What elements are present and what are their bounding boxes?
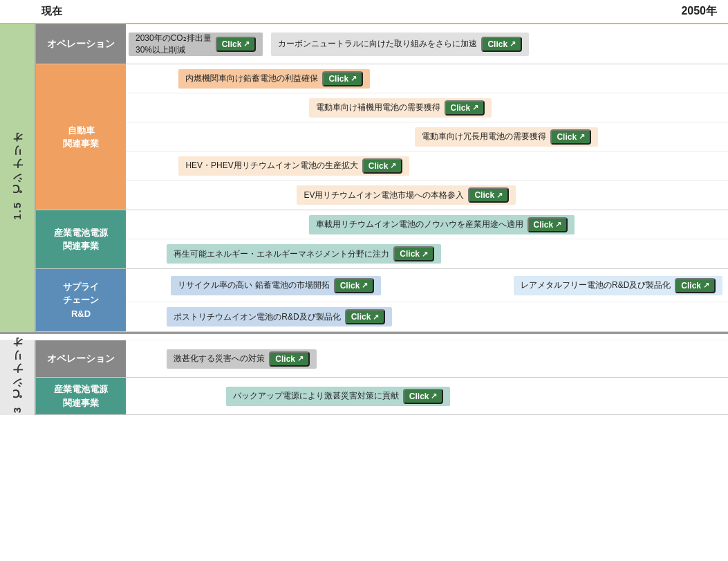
- industrial-category: 産業電池電源関連事業: [36, 210, 126, 268]
- ops-timeline: 2030年のCO₂排出量30%以上削減 Click カーボンニュートラルに向けた…: [126, 24, 728, 64]
- 3c-industrial-section: 産業電池電源関連事業 バックアップ電源により激甚災害対策に貢献 Click: [36, 378, 728, 415]
- scenario-1-5c: 1.5℃シナリオ オペレーション 2030年のCO₂排出量30%以上削減 Cli…: [0, 24, 728, 332]
- ops-bar-2: カーボンニュートラルに向けた取り組みをさらに加速 Click: [271, 33, 529, 56]
- ops-category: オペレーション: [36, 24, 126, 64]
- 3c-ops-category: オペレーション: [36, 340, 126, 377]
- 3c-ind-bar-1: バックアップ電源により激甚災害対策に貢献 Click: [226, 387, 451, 406]
- industrial-section: 産業電池電源関連事業 車載用リチウムイオン電池のノウハウを産業用途へ適用 Cli…: [36, 210, 728, 269]
- scenario-1-5c-label: 1.5℃シナリオ: [11, 137, 24, 220]
- supply-bar-3-text: ポストリチウムイオン電池のR&D及び製品化: [174, 311, 340, 323]
- 3c-ops-timeline: 激甚化する災害への対策 Click: [126, 340, 728, 377]
- auto-bar-4-text: HEV・PHEV用リチウムイオン電池の生産拡大: [185, 160, 357, 172]
- auto-click-btn-5[interactable]: Click: [468, 187, 509, 203]
- auto-click-btn-2[interactable]: Click: [445, 100, 485, 116]
- ind-bar-1-text: 車載用リチウムイオン電池のノウハウを産業用途へ適用: [316, 219, 523, 230]
- supply-click-btn-3[interactable]: Click: [345, 309, 386, 324]
- 3c-ops-bar-1-text: 激甚化する災害への対策: [174, 353, 265, 365]
- auto-bar-1-text: 内燃機関車向け鉛蓄電池の利益確保: [185, 73, 318, 84]
- auto-row-5: EV用リチウムイオン電池市場への本格参入 Click: [126, 181, 728, 210]
- supply-row-1: リサイクル率の高い 鉛蓄電池の市場開拓 Click レアメタルフリー電池のR&D…: [126, 269, 728, 302]
- industrial-timelines: 車載用リチウムイオン電池のノウハウを産業用途へ適用 Click 再生可能エネルギ…: [126, 210, 728, 268]
- page-wrapper: 現在 2050年 1.5℃シナリオ オペレーション 2030年のCO₂排出量30…: [0, 0, 728, 415]
- supply-bar-1: リサイクル率の高い 鉛蓄電池の市場開拓 Click: [171, 276, 381, 295]
- auto-bar-5-text: EV用リチウムイオン電池市場への本格参入: [304, 190, 464, 201]
- ind-bar-2-text: 再生可能エネルギー・エネルギーマネジメント分野に注力: [174, 248, 389, 260]
- scenario-1-5c-label-col: 1.5℃シナリオ: [0, 24, 36, 332]
- ind-click-btn-1[interactable]: Click: [528, 217, 568, 232]
- 3c-industrial-category: 産業電池電源関連事業: [36, 378, 126, 414]
- 3c-ops-click-btn-1[interactable]: Click: [269, 351, 310, 367]
- ind-bar-1: 車載用リチウムイオン電池のノウハウを産業用途へ適用 Click: [309, 215, 575, 234]
- auto-bar-2: 電動車向け補機用電池の需要獲得 Click: [309, 98, 492, 118]
- scenario-1-5c-content: オペレーション 2030年のCO₂排出量30%以上削減 Click カーボンニュ…: [36, 24, 728, 332]
- ops-section: オペレーション 2030年のCO₂排出量30%以上削減 Click カーボンニュ…: [36, 24, 728, 64]
- 3c-ops-bar-1: 激甚化する災害への対策 Click: [167, 349, 317, 369]
- 3c-ind-click-btn-1[interactable]: Click: [403, 389, 444, 404]
- ops-bar-1: 2030年のCO₂排出量30%以上削減 Click: [129, 33, 263, 56]
- ind-row-1: 車載用リチウムイオン電池のノウハウを産業用途へ適用 Click: [126, 210, 728, 239]
- auto-click-btn-1[interactable]: Click: [322, 71, 363, 86]
- auto-row-2: 電動車向け補機用電池の需要獲得 Click: [126, 93, 728, 122]
- automotive-timelines: 内燃機関車向け鉛蓄電池の利益確保 Click 電動車向け補機用電池の需要獲得 C…: [126, 64, 728, 210]
- supply-bar-2: レアメタルフリー電池のR&D及び製品化 Click: [514, 276, 722, 295]
- ops-bar-1-text: 2030年のCO₂排出量30%以上削減: [136, 33, 212, 56]
- supply-row-2: ポストリチウムイオン電池のR&D及び製品化 Click: [126, 302, 728, 331]
- supply-bar-3: ポストリチウムイオン電池のR&D及び製品化 Click: [167, 307, 392, 327]
- auto-bar-3-text: 電動車向け冗長用電池の需要獲得: [422, 131, 546, 142]
- header-left: 現在: [41, 5, 62, 18]
- ops-bar-2-text: カーボンニュートラルに向けた取り組みをさらに加速: [278, 38, 477, 50]
- automotive-section: 自動車関連事業 内燃機関車向け鉛蓄電池の利益確保 Click: [36, 64, 728, 210]
- auto-bar-5: EV用リチウムイオン電池市場への本格参入 Click: [297, 185, 516, 205]
- supply-click-btn-1[interactable]: Click: [334, 278, 375, 293]
- supply-click-btn-2[interactable]: Click: [675, 278, 716, 293]
- 3c-ops-section: オペレーション 激甚化する災害への対策 Click: [36, 340, 728, 378]
- supply-bar-1-text: リサイクル率の高い 鉛蓄電池の市場開拓: [178, 279, 329, 291]
- auto-click-btn-4[interactable]: Click: [362, 158, 403, 174]
- auto-bar-1: 内燃機関車向け鉛蓄電池の利益確保 Click: [178, 69, 370, 89]
- 3c-ind-bar-1-text: バックアップ電源により激甚災害対策に貢献: [233, 390, 399, 402]
- scenario-divider: [0, 332, 728, 340]
- auto-row-4: HEV・PHEV用リチウムイオン電池の生産拡大 Click: [126, 151, 728, 181]
- ind-click-btn-2[interactable]: Click: [393, 246, 434, 261]
- ind-row-2: 再生可能エネルギー・エネルギーマネジメント分野に注力 Click: [126, 239, 728, 268]
- scenario-3c-label: 3℃シナリオ: [11, 342, 24, 413]
- supply-bar-2-text: レアメタルフリー電池のR&D及び製品化: [521, 279, 671, 291]
- header-right: 2050年: [681, 4, 717, 19]
- auto-row-3: 電動車向け冗長用電池の需要獲得 Click: [126, 122, 728, 151]
- auto-row-1: 内燃機関車向け鉛蓄電池の利益確保 Click: [126, 64, 728, 93]
- header-bar: 現在 2050年: [0, 0, 728, 24]
- 3c-industrial-timeline: バックアップ電源により激甚災害対策に貢献 Click: [126, 378, 728, 414]
- supply-category: サプライチェーンR&D: [36, 269, 126, 331]
- scenario-3c-label-col: 3℃シナリオ: [0, 340, 36, 415]
- ind-bar-2: 再生可能エネルギー・エネルギーマネジメント分野に注力 Click: [167, 244, 441, 264]
- ops-click-btn-1[interactable]: Click: [216, 37, 256, 52]
- scenario-3c: 3℃シナリオ オペレーション 激甚化する災害への対策 Click 産業電池電源関…: [0, 340, 728, 415]
- auto-bar-2-text: 電動車向け補機用電池の需要獲得: [316, 102, 440, 113]
- supply-section: サプライチェーンR&D リサイクル率の高い 鉛蓄電池の市場開拓 Click レア…: [36, 269, 728, 332]
- auto-click-btn-3[interactable]: Click: [550, 129, 591, 145]
- scenario-3c-content: オペレーション 激甚化する災害への対策 Click 産業電池電源関連事業 バック…: [36, 340, 728, 415]
- auto-bar-4: HEV・PHEV用リチウムイオン電池の生産拡大 Click: [178, 156, 409, 176]
- auto-bar-3: 電動車向け冗長用電池の需要獲得 Click: [415, 127, 598, 147]
- automotive-category: 自動車関連事業: [36, 64, 126, 210]
- ops-click-btn-2[interactable]: Click: [481, 37, 522, 52]
- supply-timelines: リサイクル率の高い 鉛蓄電池の市場開拓 Click レアメタルフリー電池のR&D…: [126, 269, 728, 331]
